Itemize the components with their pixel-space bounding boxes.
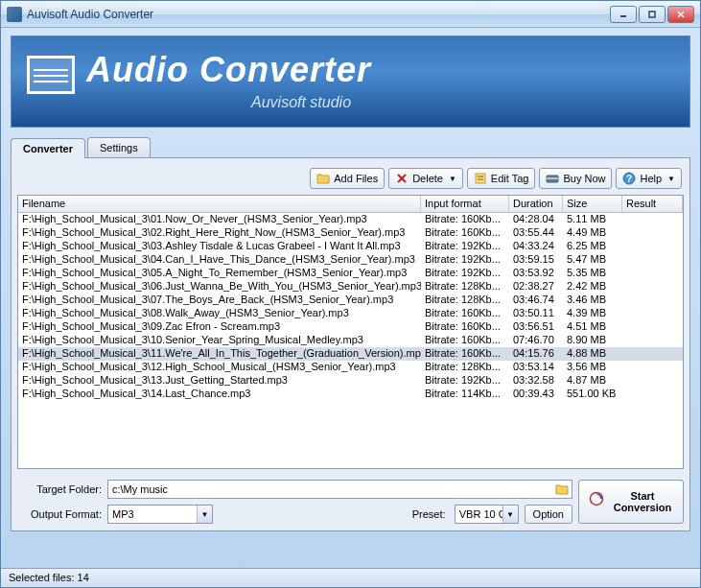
cell-duration: 07:46.70 xyxy=(509,334,563,347)
cell-size: 5.11 MB xyxy=(563,213,622,226)
table-row[interactable]: F:\High_School_Musical_3\04.Can_I_Have_T… xyxy=(18,253,683,267)
tabs: Converter Settings xyxy=(11,137,690,158)
cell-result xyxy=(622,347,683,361)
cell-format: Bitrate: 128Kb... xyxy=(421,361,509,374)
svg-rect-10 xyxy=(547,177,558,179)
close-button[interactable] xyxy=(667,6,694,23)
output-format-label: Output Format: xyxy=(17,508,102,520)
cell-filename: F:\High_School_Musical_3\01.Now_Or_Never… xyxy=(18,213,421,226)
table-row[interactable]: F:\High_School_Musical_3\01.Now_Or_Never… xyxy=(18,213,683,226)
toolbar: Add Files Delete ▼ Edit Tag Buy Now ? He… xyxy=(17,164,684,195)
cell-result xyxy=(622,320,683,334)
output-format-combo[interactable]: MP3 ▼ xyxy=(107,505,213,524)
cell-format: Bitrate: 114Kb... xyxy=(421,388,509,401)
card-icon xyxy=(546,172,559,185)
status-bar: Selected files: 14 xyxy=(1,568,700,587)
add-files-button[interactable]: Add Files xyxy=(310,168,385,189)
cell-filename: F:\High_School_Musical_3\13.Just_Getting… xyxy=(18,374,421,388)
cell-format: Bitrate: 192Kb... xyxy=(421,267,509,280)
cell-result xyxy=(622,294,683,307)
table-row[interactable]: F:\High_School_Musical_3\03.Ashley Tisda… xyxy=(18,240,683,253)
convert-icon xyxy=(589,491,604,512)
chevron-down-icon: ▼ xyxy=(502,506,518,523)
cell-filename: F:\High_School_Musical_3\03.Ashley Tisda… xyxy=(18,240,421,253)
cell-filename: F:\High_School_Musical_3\05.A_Night_To_R… xyxy=(18,267,421,280)
tab-converter[interactable]: Converter xyxy=(11,138,85,158)
table-row[interactable]: F:\High_School_Musical_3\09.Zac Efron - … xyxy=(18,320,683,334)
table-row[interactable]: F:\High_School_Musical_3\10.Senior_Year_… xyxy=(18,334,683,347)
cell-duration: 03:53.92 xyxy=(509,267,563,280)
banner: Audio Converter Auvisoft studio xyxy=(11,35,690,128)
table-row[interactable]: F:\High_School_Musical_3\05.A_Night_To_R… xyxy=(18,267,683,280)
col-input-format[interactable]: Input format xyxy=(421,196,509,212)
cell-result xyxy=(622,334,683,347)
table-row[interactable]: F:\High_School_Musical_3\08.Walk_Away_(H… xyxy=(18,307,683,320)
status-text: Selected files: 14 xyxy=(9,572,89,583)
option-button[interactable]: Option xyxy=(525,505,572,524)
browse-folder-icon[interactable] xyxy=(555,482,569,498)
cell-format: Bitrate: 128Kb... xyxy=(421,294,509,307)
folder-open-icon xyxy=(316,172,330,185)
cell-duration: 03:53.14 xyxy=(509,361,563,374)
svg-rect-6 xyxy=(476,174,485,183)
buy-now-button[interactable]: Buy Now xyxy=(539,168,612,189)
start-conversion-button[interactable]: Start Conversion xyxy=(578,480,684,524)
list-body: F:\High_School_Musical_3\01.Now_Or_Never… xyxy=(18,213,683,401)
list-header: Filename Input format Duration Size Resu… xyxy=(18,196,683,213)
table-row[interactable]: F:\High_School_Musical_3\11.We're_All_In… xyxy=(18,347,683,361)
cell-duration: 03:46.74 xyxy=(509,294,563,307)
cell-duration: 03:32.58 xyxy=(509,374,563,388)
table-row[interactable]: F:\High_School_Musical_3\02.Right_Here_R… xyxy=(18,226,683,240)
cell-format: Bitrate: 128Kb... xyxy=(421,280,509,294)
banner-subtitle: Auvisoft studio xyxy=(251,94,351,111)
cell-filename: F:\High_School_Musical_3\14.Last_Chance.… xyxy=(18,388,421,401)
table-row[interactable]: F:\High_School_Musical_3\14.Last_Chance.… xyxy=(18,388,683,401)
cell-filename: F:\High_School_Musical_3\02.Right_Here_R… xyxy=(18,226,421,240)
table-row[interactable]: F:\High_School_Musical_3\13.Just_Getting… xyxy=(18,374,683,388)
cell-format: Bitrate: 160Kb... xyxy=(421,307,509,320)
edit-tag-button[interactable]: Edit Tag xyxy=(467,168,536,189)
cell-format: Bitrate: 192Kb... xyxy=(421,240,509,253)
buy-now-label: Buy Now xyxy=(563,173,605,184)
cell-result xyxy=(622,307,683,320)
col-result[interactable]: Result xyxy=(622,196,683,212)
cell-format: Bitrate: 160Kb... xyxy=(421,320,509,334)
cell-size: 8.90 MB xyxy=(563,334,622,347)
output-format-value: MP3 xyxy=(112,508,134,520)
cell-size: 3.46 MB xyxy=(563,294,622,307)
window-title: Auvisoft Audio Converter xyxy=(27,8,610,21)
cell-filename: F:\High_School_Musical_3\04.Can_I_Have_T… xyxy=(18,253,421,267)
cell-size: 5.35 MB xyxy=(563,267,622,280)
cell-format: Bitrate: 160Kb... xyxy=(421,213,509,226)
col-filename[interactable]: Filename xyxy=(18,196,421,212)
target-folder-label: Target Folder: xyxy=(17,483,102,495)
cell-size: 4.87 MB xyxy=(563,374,622,388)
chevron-down-icon: ▼ xyxy=(449,175,456,183)
cell-result xyxy=(622,253,683,267)
help-button[interactable]: ? Help ▼ xyxy=(616,168,682,189)
tab-settings[interactable]: Settings xyxy=(87,137,151,157)
title-bar: Auvisoft Audio Converter xyxy=(1,1,700,28)
cell-size: 551.00 KB xyxy=(563,388,622,401)
cell-filename: F:\High_School_Musical_3\10.Senior_Year_… xyxy=(18,334,421,347)
target-folder-input[interactable]: c:\My music xyxy=(107,480,572,499)
chevron-down-icon: ▼ xyxy=(667,175,675,183)
svg-text:?: ? xyxy=(626,174,632,184)
maximize-button[interactable] xyxy=(639,6,666,23)
table-row[interactable]: F:\High_School_Musical_3\07.The_Boys_Are… xyxy=(18,294,683,307)
preset-combo[interactable]: VBR 10 CD ▼ xyxy=(455,505,519,524)
help-label: Help xyxy=(640,173,662,184)
col-duration[interactable]: Duration xyxy=(509,196,563,212)
col-size[interactable]: Size xyxy=(563,196,622,212)
cell-duration: 03:56.51 xyxy=(509,320,563,334)
table-row[interactable]: F:\High_School_Musical_3\12.High_School_… xyxy=(18,361,683,374)
delete-button[interactable]: Delete ▼ xyxy=(388,168,463,189)
table-row[interactable]: F:\High_School_Musical_3\06.Just_Wanna_B… xyxy=(18,280,683,294)
start-conversion-label: Start Conversion xyxy=(612,490,673,513)
cell-duration: 03:55.44 xyxy=(509,226,563,240)
minimize-button[interactable] xyxy=(610,6,637,23)
cell-filename: F:\High_School_Musical_3\06.Just_Wanna_B… xyxy=(18,280,421,294)
banner-title: Audio Converter xyxy=(86,50,371,90)
cell-filename: F:\High_School_Musical_3\11.We're_All_In… xyxy=(18,347,421,361)
cell-duration: 04:33.24 xyxy=(509,240,563,253)
